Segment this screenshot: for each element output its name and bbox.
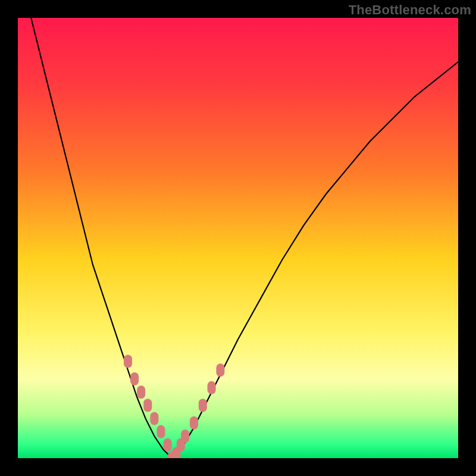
marker-point xyxy=(181,430,189,443)
plot-area xyxy=(18,18,458,458)
marker-point xyxy=(137,386,145,399)
marker-point xyxy=(130,372,139,386)
marker-point xyxy=(216,364,224,377)
marker-point xyxy=(150,412,158,425)
background-gradient xyxy=(18,18,458,458)
marker-point xyxy=(157,425,165,439)
marker-point xyxy=(199,399,207,412)
marker-point xyxy=(143,399,152,412)
plot-svg xyxy=(18,18,458,458)
marker-point xyxy=(208,381,216,394)
marker-point xyxy=(190,416,198,430)
marker-point xyxy=(164,439,172,452)
marker-point xyxy=(124,355,132,368)
attribution-text: TheBottleneck.com xyxy=(349,2,471,18)
chart-frame: TheBottleneck.com xyxy=(0,0,476,476)
